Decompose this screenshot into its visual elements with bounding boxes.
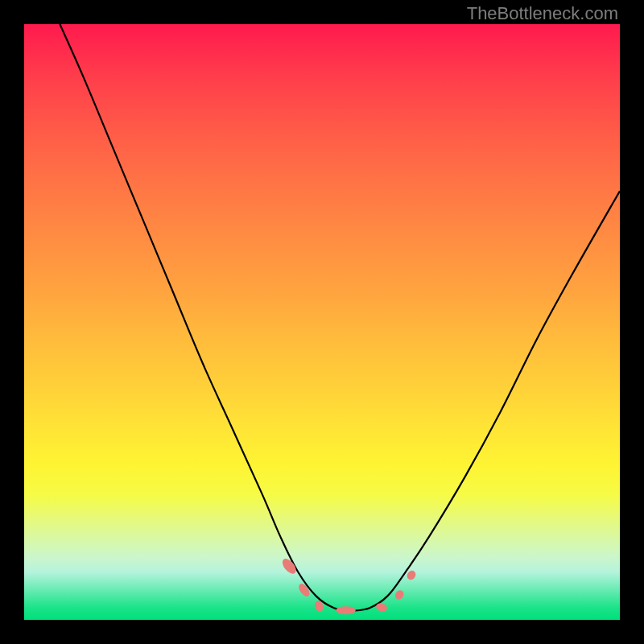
marker-point	[375, 602, 388, 613]
chart-frame: TheBottleneck.com	[0, 0, 644, 644]
plot-area	[24, 24, 620, 620]
markers-group	[280, 556, 418, 614]
marker-layer	[24, 24, 620, 620]
marker-point	[394, 588, 406, 601]
watermark-label: TheBottleneck.com	[467, 3, 618, 24]
marker-point	[313, 600, 324, 613]
marker-point	[280, 556, 299, 576]
marker-point	[336, 606, 356, 614]
marker-point	[405, 569, 417, 582]
marker-point	[297, 582, 312, 598]
